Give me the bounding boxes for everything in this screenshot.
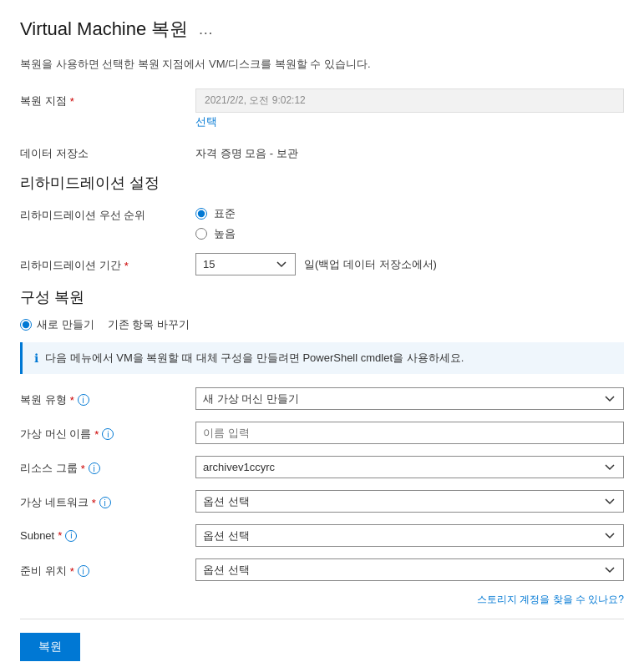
more-options-icon[interactable]: … — [198, 21, 213, 38]
info-icon: ℹ — [34, 351, 38, 365]
rehydration-priority-label: 리하미드레이션 우선 순위 — [20, 203, 195, 223]
tab-create-new-radio[interactable] — [20, 319, 32, 331]
storage-account-link[interactable]: 스토리지 계정을 찾을 수 있나요? — [20, 593, 624, 607]
tab-replace-existing[interactable]: 기존 항목 바꾸기 — [108, 317, 190, 332]
restore-type-select-wrapper: 새 가상 머신 만들기 디스크 복원 기존 항목 바꾸기 — [195, 387, 624, 410]
tab-create-new-label: 새로 만들기 — [37, 317, 94, 332]
resource-group-label: 리소스 그룹 * i — [20, 456, 195, 476]
restore-type-info-icon[interactable]: i — [78, 394, 89, 406]
restore-point-label: 복원 지점 * — [20, 88, 195, 109]
required-star-duration: * — [124, 260, 129, 272]
restore-point-value: 2021/2/2, 오전 9:02:12 선택 — [195, 88, 624, 129]
page-title: Virtual Machine 복원 — [20, 17, 188, 42]
restore-button[interactable]: 복원 — [20, 633, 80, 661]
duration-row: 15 일(백업 데이터 저장소에서) — [195, 253, 624, 275]
staging-select-wrapper: 옵션 선택 — [195, 558, 624, 581]
tab-create-new[interactable]: 새로 만들기 — [20, 317, 94, 332]
restore-type-row: 복원 유형 * i 새 가상 머신 만들기 디스크 복원 기존 항목 바꾸기 — [20, 387, 624, 410]
duration-unit: 일(백업 데이터 저장소에서) — [304, 257, 437, 272]
title-row: Virtual Machine 복원 … — [20, 17, 624, 42]
rehydration-duration-value: 15 일(백업 데이터 저장소에서) — [195, 253, 624, 275]
staging-row: 준비 위치 * i 옵션 선택 — [20, 558, 624, 581]
resource-group-select[interactable]: archivev1ccyrc — [195, 456, 624, 478]
vm-name-row: 가상 머신 이름 * i — [20, 422, 624, 444]
config-section-header: 구성 복원 — [20, 287, 624, 307]
subnet-select[interactable]: 옵션 선택 — [195, 524, 624, 547]
resource-group-select-wrapper: archivev1ccyrc — [195, 456, 624, 478]
restore-point-select-link[interactable]: 선택 — [195, 114, 624, 129]
restore-point-row: 복원 지점 * 2021/2/2, 오전 9:02:12 선택 — [20, 88, 624, 129]
required-star: * — [70, 95, 74, 108]
priority-high-label: 높음 — [214, 226, 236, 241]
config-tabs: 새로 만들기 기존 항목 바꾸기 — [20, 317, 624, 332]
info-box: ℹ 다음 메뉴에서 VM을 복원할 때 대체 구성을 만들려면 PowerShe… — [20, 342, 624, 374]
staging-info-icon[interactable]: i — [78, 565, 89, 577]
subnet-label: Subnet * i — [20, 524, 195, 542]
virtual-network-label: 가상 네트워크 * i — [20, 490, 195, 510]
tab-replace-label: 기존 항목 바꾸기 — [108, 317, 190, 332]
virtual-network-select-wrapper: 옵션 선택 — [195, 490, 624, 513]
vm-name-input-wrapper — [195, 422, 624, 444]
subnet-row: Subnet * i 옵션 선택 — [20, 524, 624, 547]
subnet-select-wrapper: 옵션 선택 — [195, 524, 624, 547]
data-storage-row: 데이터 저장소 자격 증명 모음 - 보관 — [20, 141, 624, 161]
virtual-network-select[interactable]: 옵션 선택 — [195, 490, 624, 513]
virtual-network-row: 가상 네트워크 * i 옵션 선택 — [20, 490, 624, 513]
virtual-network-info-icon[interactable]: i — [99, 497, 111, 508]
rehydration-section-header: 리하미드레이션 설정 — [20, 173, 624, 193]
staging-label: 준비 위치 * i — [20, 558, 195, 579]
rehydration-priority-row: 리하미드레이션 우선 순위 표준 높음 — [20, 203, 624, 241]
required-star-type: * — [70, 394, 74, 407]
bottom-bar: 복원 — [20, 619, 624, 661]
resource-group-row: 리소스 그룹 * i archivev1ccyrc — [20, 456, 624, 478]
rehydration-priority-options: 표준 높음 — [195, 203, 624, 241]
restore-point-display: 2021/2/2, 오전 9:02:12 — [195, 88, 624, 113]
priority-high-option[interactable]: 높음 — [195, 226, 624, 241]
restore-type-select[interactable]: 새 가상 머신 만들기 디스크 복원 기존 항목 바꾸기 — [195, 387, 624, 410]
priority-standard-label: 표준 — [214, 206, 236, 221]
vm-name-info-icon[interactable]: i — [102, 428, 114, 440]
priority-high-radio[interactable] — [195, 228, 207, 240]
data-storage-label: 데이터 저장소 — [20, 141, 195, 161]
restore-type-label: 복원 유형 * i — [20, 387, 195, 407]
resource-group-info-icon[interactable]: i — [89, 462, 100, 474]
vm-name-label: 가상 머신 이름 * i — [20, 422, 195, 442]
duration-select[interactable]: 15 — [195, 253, 296, 275]
priority-radio-group: 표준 높음 — [195, 203, 624, 241]
rehydration-duration-label: 리하미드레이션 기간 * — [20, 253, 195, 273]
info-message: 다음 메뉴에서 VM을 복원할 때 대체 구성을 만들려면 PowerShell… — [45, 351, 464, 366]
page-description: 복원을 사용하면 선택한 복원 지점에서 VM/디스크를 복원할 수 있습니다. — [20, 57, 624, 72]
priority-standard-option[interactable]: 표준 — [195, 206, 624, 221]
priority-standard-radio[interactable] — [195, 208, 207, 220]
staging-select[interactable]: 옵션 선택 — [195, 558, 624, 581]
data-storage-value: 자격 증명 모음 - 보관 — [195, 141, 624, 161]
vm-name-input[interactable] — [195, 422, 624, 444]
subnet-info-icon[interactable]: i — [65, 530, 77, 542]
rehydration-duration-row: 리하미드레이션 기간 * 15 일(백업 데이터 저장소에서) — [20, 253, 624, 275]
